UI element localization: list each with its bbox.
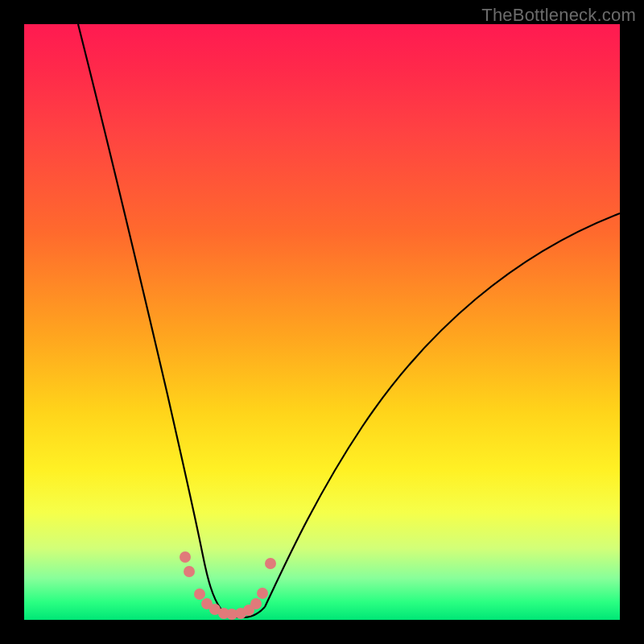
- chart-stage: TheBottleneck.com: [0, 0, 644, 644]
- marker-dot: [180, 551, 191, 563]
- marker-dot: [257, 588, 268, 599]
- bottleneck-curve-left: [78, 24, 221, 609]
- bottleneck-curve-right: [265, 213, 620, 607]
- plot-area: [24, 24, 620, 620]
- watermark-text: TheBottleneck.com: [481, 5, 636, 26]
- marker-dot: [194, 588, 205, 600]
- marker-dot: [250, 598, 262, 609]
- curve-layer: [24, 24, 620, 620]
- marker-dot: [184, 566, 195, 577]
- marker-dot: [265, 558, 276, 569]
